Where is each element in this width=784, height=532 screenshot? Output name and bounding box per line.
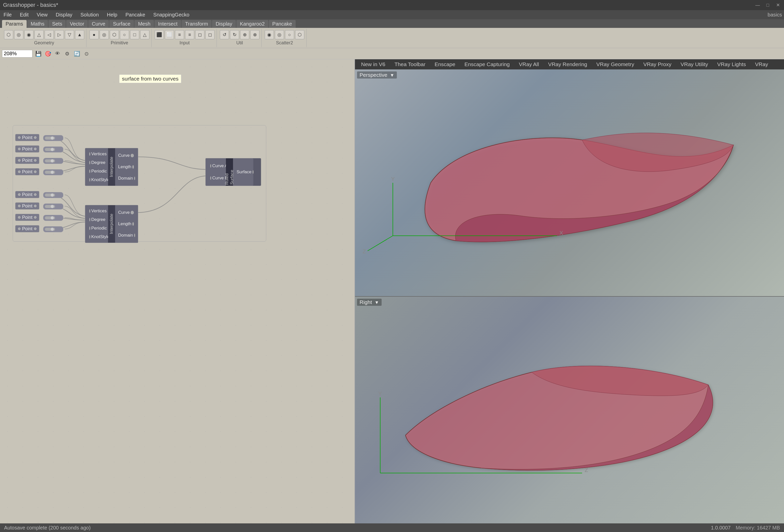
slider-7[interactable] — [43, 215, 63, 221]
rhino-tab-vray-lights[interactable]: VRay Lights — [715, 61, 748, 68]
tab-curve[interactable]: Curve — [88, 20, 109, 28]
point-node-5[interactable]: Point — [15, 191, 39, 198]
slider-2[interactable] — [43, 146, 63, 152]
slider-4[interactable] — [43, 169, 63, 175]
slider-thumb-5[interactable] — [51, 193, 54, 197]
input-icon-2[interactable]: ⬜ — [165, 30, 174, 39]
slider-5[interactable] — [43, 192, 63, 198]
menu-help[interactable]: Help — [106, 11, 119, 18]
slider-3[interactable] — [43, 158, 63, 164]
geo-icon-4[interactable]: △ — [34, 30, 44, 39]
settings-icon[interactable]: ⚙ — [63, 50, 71, 58]
rhino-tab-vray[interactable]: VRay — [753, 61, 770, 68]
menu-view[interactable]: View — [35, 11, 49, 18]
scatter-icon-1[interactable]: ◉ — [265, 30, 274, 39]
point-node-7[interactable]: Point — [15, 214, 39, 221]
menu-snappinggecko[interactable]: SnappingGecko — [152, 11, 191, 18]
tab-maths[interactable]: Maths — [27, 20, 48, 28]
prim-icon-3[interactable]: ⬡ — [110, 30, 119, 39]
gh-canvas[interactable]: surface from two curves — [0, 59, 355, 523]
geo-icon-1[interactable]: ⬡ — [4, 30, 13, 39]
rhino-tab-vray-rendering[interactable]: VRay Rendering — [546, 61, 589, 68]
slider-1[interactable] — [43, 135, 63, 141]
slider-thumb-7[interactable] — [51, 216, 54, 219]
ruled-surface-node[interactable]: Curve A Curve B Ruled Surface Surface — [205, 158, 261, 186]
prim-icon-6[interactable]: △ — [140, 30, 149, 39]
scatter-icon-3[interactable]: ○ — [285, 30, 294, 39]
tab-mesh[interactable]: Mesh — [134, 20, 154, 28]
rhino-tab-enscape-cap[interactable]: Enscape Capturing — [463, 61, 512, 68]
close-button[interactable]: ✕ — [775, 2, 781, 8]
viewport-perspective[interactable]: Perspective ▼ — [355, 69, 784, 296]
point-node-2[interactable]: Point — [15, 145, 39, 152]
geo-icon-6[interactable]: ▷ — [55, 30, 64, 39]
tab-params[interactable]: Params — [2, 20, 27, 28]
prim-icon-5[interactable]: □ — [130, 30, 139, 39]
rhino-tab-vray-proxy[interactable]: VRay Proxy — [641, 61, 673, 68]
point-node-3[interactable]: Point — [15, 157, 39, 164]
prim-icon-2[interactable]: ◎ — [100, 30, 109, 39]
target-icon[interactable]: 🎯 — [44, 50, 52, 58]
window-controls[interactable]: — □ ✕ — [755, 2, 781, 8]
slider-thumb-8[interactable] — [51, 228, 54, 231]
rhino-tab-newv6[interactable]: New in V6 — [359, 61, 387, 68]
rhino-tab-vray-all[interactable]: VRay All — [517, 61, 541, 68]
menu-file[interactable]: File — [2, 11, 13, 18]
slider-thumb-4[interactable] — [51, 171, 54, 174]
viewport-perspective-arrow[interactable]: ▼ — [390, 73, 395, 78]
maximize-button[interactable]: □ — [765, 2, 771, 8]
tab-vector[interactable]: Vector — [66, 20, 88, 28]
geo-icon-3[interactable]: ◉ — [24, 30, 33, 39]
menu-solution[interactable]: Solution — [79, 11, 100, 18]
interpolate-upper[interactable]: Vertices Degree Periodic KnotStyle Inter… — [85, 148, 138, 186]
circle-icon[interactable]: ⊙ — [83, 50, 90, 58]
util-icon-2[interactable]: ↻ — [230, 30, 239, 39]
slider-thumb-1[interactable] — [51, 136, 54, 140]
geo-icon-2[interactable]: ◎ — [14, 30, 23, 39]
menu-pancake[interactable]: Pancake — [124, 11, 147, 18]
input-icon-4[interactable]: ≡ — [185, 30, 194, 39]
menu-display[interactable]: Display — [54, 11, 74, 18]
input-icon-5[interactable]: ◻ — [195, 30, 204, 39]
scatter-icon-4[interactable]: ⬡ — [295, 30, 304, 39]
scatter-icon-2[interactable]: ◎ — [275, 30, 284, 39]
viewport-right[interactable]: Right ▼ — [355, 296, 784, 523]
point-node-4[interactable]: Point — [15, 168, 39, 175]
point-node-1[interactable]: Point — [15, 134, 39, 141]
interpolate-lower[interactable]: Vertices Degree Periodic KnotStyle Inter… — [85, 205, 138, 243]
input-icon-6[interactable]: ◻ — [205, 30, 215, 39]
save-icon[interactable]: 💾 — [34, 50, 42, 58]
tab-kangaroo[interactable]: Kangaroo2 — [236, 20, 268, 28]
tab-surface[interactable]: Surface — [109, 20, 134, 28]
slider-thumb-3[interactable] — [51, 159, 54, 162]
geo-icon-8[interactable]: ▲ — [75, 30, 84, 39]
slider-8[interactable] — [43, 226, 63, 232]
point-node-6[interactable]: Point — [15, 202, 39, 209]
util-icon-3[interactable]: ⊕ — [240, 30, 249, 39]
tab-pancake[interactable]: Pancake — [269, 20, 296, 28]
slider-thumb-6[interactable] — [51, 205, 54, 208]
util-icon-1[interactable]: ↺ — [220, 30, 229, 39]
tab-sets[interactable]: Sets — [49, 20, 66, 28]
input-icon-3[interactable]: ≡ — [175, 30, 184, 39]
rhino-tab-thea[interactable]: Thea Toolbar — [393, 61, 427, 68]
rhino-tab-enscape[interactable]: Enscape — [432, 61, 457, 68]
viewport-right-arrow[interactable]: ▼ — [374, 300, 379, 305]
refresh-icon[interactable]: 🔄 — [73, 50, 81, 58]
util-icon-4[interactable]: ⊗ — [250, 30, 259, 39]
geo-icon-7[interactable]: ▽ — [65, 30, 74, 39]
minimize-button[interactable]: — — [755, 2, 761, 8]
menu-edit[interactable]: Edit — [18, 11, 30, 18]
eye-icon[interactable]: 👁 — [54, 50, 61, 58]
slider-thumb-2[interactable] — [51, 148, 54, 151]
input-icon-1[interactable]: ⬛ — [155, 30, 164, 39]
rhino-tab-vray-geo[interactable]: VRay Geometry — [594, 61, 636, 68]
tab-display[interactable]: Display — [212, 20, 236, 28]
slider-6[interactable] — [43, 203, 63, 209]
rhino-tab-vray-util[interactable]: VRay Utility — [678, 61, 710, 68]
prim-icon-4[interactable]: ○ — [120, 30, 129, 39]
tab-intersect[interactable]: Intersect — [155, 20, 181, 28]
prim-icon-1[interactable]: ● — [89, 30, 99, 39]
geo-icon-5[interactable]: ◁ — [45, 30, 54, 39]
zoom-input[interactable]: 208% — [2, 50, 32, 58]
